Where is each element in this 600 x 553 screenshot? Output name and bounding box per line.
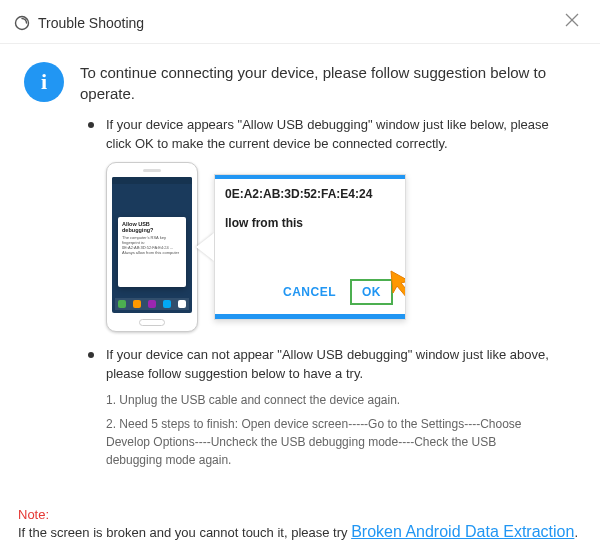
intro-row: i To continue connecting your device, pl… [24, 62, 576, 104]
titlebar-left: Trouble Shooting [14, 15, 144, 31]
content: i To continue connecting your device, pl… [0, 44, 600, 469]
note-suffix: . [574, 525, 578, 540]
note-block: Note: If the screen is broken and you ca… [18, 505, 582, 541]
app-icon [14, 15, 30, 31]
pointer-arrow-icon [385, 265, 406, 303]
svg-marker-4 [391, 271, 406, 298]
bullet-item-2: If your device can not appear "Allow USB… [24, 346, 576, 384]
intro-text: To continue connecting your device, plea… [80, 62, 576, 104]
bullet-text-1: If your device appears "Allow USB debugg… [106, 116, 576, 154]
info-icon: i [24, 62, 64, 102]
close-icon [564, 12, 580, 28]
phone-dialog: Allow USB debugging? The computer's RSA … [118, 217, 186, 287]
step-2: 2. Need 5 steps to finish: Open device s… [106, 415, 552, 469]
zoom-rsa-text: 0E:A2:AB:3D:52:FA:E4:24 [225, 187, 395, 202]
phone-dialog-body: The computer's RSA key fingerprint is: 0… [122, 235, 182, 256]
bullet-dot-icon [88, 122, 94, 128]
note-label: Note: [18, 507, 49, 522]
zoom-dialog: 0E:A2:AB:3D:52:FA:E4:24 llow from this C… [214, 174, 406, 320]
phone-dialog-title: Allow USB debugging? [122, 221, 182, 233]
window-title: Trouble Shooting [38, 15, 144, 31]
steps-list: 1. Unplug the USB cable and connect the … [24, 391, 552, 469]
illustration: Allow USB debugging? The computer's RSA … [106, 162, 576, 332]
bullet-dot-icon [88, 352, 94, 358]
zoom-allow-text: llow from this [225, 216, 395, 230]
bullet-text-2: If your device can not appear "Allow USB… [106, 346, 576, 384]
close-button[interactable] [558, 10, 586, 35]
step-1: 1. Unplug the USB cable and connect the … [106, 391, 552, 409]
callout-arrow-icon [196, 233, 214, 261]
note-text: If the screen is broken and you cannot t… [18, 525, 351, 540]
note-link[interactable]: Broken Android Data Extraction [351, 523, 574, 540]
titlebar: Trouble Shooting [0, 0, 600, 44]
bullet-item-1: If your device appears "Allow USB debugg… [24, 116, 576, 154]
phone-mockup: Allow USB debugging? The computer's RSA … [106, 162, 198, 332]
zoom-cancel-button: CANCEL [283, 285, 336, 299]
